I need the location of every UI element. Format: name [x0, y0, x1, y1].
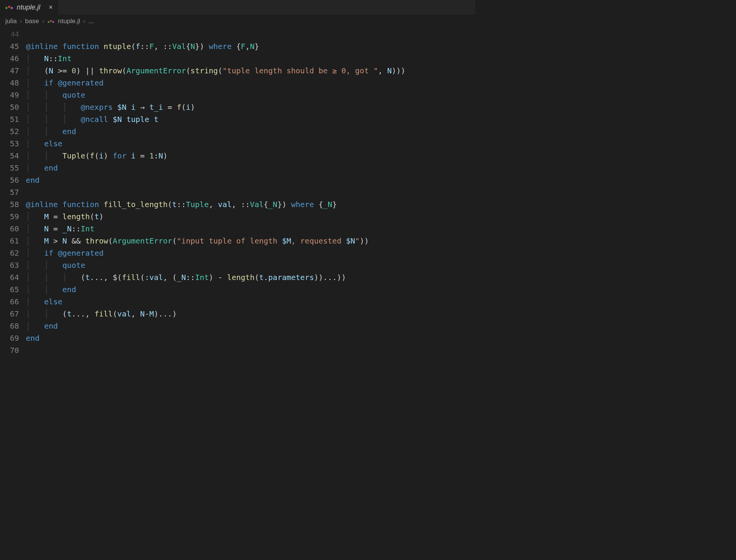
line-gutter: 44 45 46 47 48 49 50 51 52 53 54 55 56 5… — [0, 28, 26, 356]
line-number: 47 — [0, 65, 19, 77]
code-line[interactable]: end — [26, 174, 475, 186]
code-line[interactable]: │ (N >= 0) || throw(ArgumentError(string… — [26, 65, 475, 77]
code-line[interactable]: │ N::Int — [26, 52, 475, 65]
line-number: 53 — [0, 138, 19, 150]
line-number: 59 — [0, 210, 19, 223]
line-number: 50 — [0, 101, 19, 113]
tab-filename: ntuple.jl — [17, 3, 40, 11]
line-number: 66 — [0, 296, 19, 308]
code-line[interactable] — [26, 344, 475, 356]
chevron-right-icon: › — [83, 17, 85, 25]
breadcrumb-seg[interactable]: julia — [5, 17, 17, 25]
line-number: 65 — [0, 283, 19, 296]
code-line[interactable]: │ │ │ @nexprs $N i → t_i = f(i) — [26, 101, 475, 113]
line-number: 51 — [0, 113, 19, 125]
line-number: 64 — [0, 271, 19, 283]
line-number: 54 — [0, 150, 19, 162]
breadcrumb-ellipsis[interactable]: ... — [88, 17, 94, 25]
code-line[interactable] — [26, 28, 475, 40]
code-line[interactable]: │ else — [26, 296, 475, 308]
code-line[interactable]: │ │ │ @ncall $N tuple t — [26, 113, 475, 125]
line-number: 61 — [0, 235, 19, 247]
code-line[interactable]: end — [26, 332, 475, 344]
code-line[interactable]: │ │ │ (t..., $(fill(:val, (_N::Int) - le… — [26, 271, 475, 283]
line-number: 67 — [0, 308, 19, 320]
line-number: 68 — [0, 320, 19, 332]
line-number: 48 — [0, 77, 19, 89]
line-number: 69 — [0, 332, 19, 344]
code-line[interactable]: │ │ (t..., fill(val, N-M)...) — [26, 308, 475, 320]
line-number: 52 — [0, 125, 19, 138]
line-number: 60 — [0, 223, 19, 235]
code-line[interactable]: │ │ quote — [26, 259, 475, 271]
code-line[interactable]: @inline function ntuple(f::F, ::Val{N}) … — [26, 40, 475, 52]
tab-ntuple[interactable]: ntuple.jl × — [0, 0, 58, 15]
code-line[interactable]: │ M > N && throw(ArgumentError("input tu… — [26, 235, 475, 247]
code-line[interactable]: │ else — [26, 138, 475, 150]
line-number: 56 — [0, 174, 19, 186]
code-line[interactable]: │ │ quote — [26, 89, 475, 101]
line-number: 62 — [0, 247, 19, 259]
breadcrumb[interactable]: julia › base › ntuple.jl › ... — [0, 15, 475, 27]
code-line[interactable]: @inline function fill_to_length(t::Tuple… — [26, 198, 475, 210]
code-line[interactable]: │ │ end — [26, 125, 475, 138]
close-icon[interactable]: × — [49, 3, 53, 11]
line-number: 46 — [0, 52, 19, 65]
line-number: 63 — [0, 259, 19, 271]
code-line[interactable]: │ M = length(t) — [26, 210, 475, 223]
line-number: 70 — [0, 344, 19, 356]
code-line[interactable]: │ N = _N::Int — [26, 223, 475, 235]
line-number: 45 — [0, 40, 19, 52]
chevron-right-icon: › — [42, 17, 44, 25]
code-line[interactable]: │ end — [26, 162, 475, 174]
chevron-right-icon: › — [20, 17, 22, 25]
line-number: 58 — [0, 198, 19, 210]
julia-icon — [5, 6, 13, 9]
line-number: 49 — [0, 89, 19, 101]
breadcrumb-seg[interactable]: base — [25, 17, 39, 25]
editor[interactable]: 44 45 46 47 48 49 50 51 52 53 54 55 56 5… — [0, 27, 475, 356]
code-line[interactable]: │ if @generated — [26, 77, 475, 89]
breadcrumb-seg[interactable]: ntuple.jl — [58, 17, 80, 25]
line-number: 57 — [0, 186, 19, 198]
line-number: 44 — [0, 28, 19, 40]
tab-bar: ntuple.jl × — [0, 0, 475, 15]
code-line[interactable]: │ if @generated — [26, 247, 475, 259]
code-line[interactable]: │ end — [26, 320, 475, 332]
line-number: 55 — [0, 162, 19, 174]
code-line[interactable] — [26, 186, 475, 198]
code-line[interactable]: │ │ end — [26, 283, 475, 296]
code-line[interactable]: │ │ Tuple(f(i) for i = 1:N) — [26, 150, 475, 162]
code-area[interactable]: @inline function ntuple(f::F, ::Val{N}) … — [26, 28, 475, 356]
julia-icon — [48, 20, 54, 23]
